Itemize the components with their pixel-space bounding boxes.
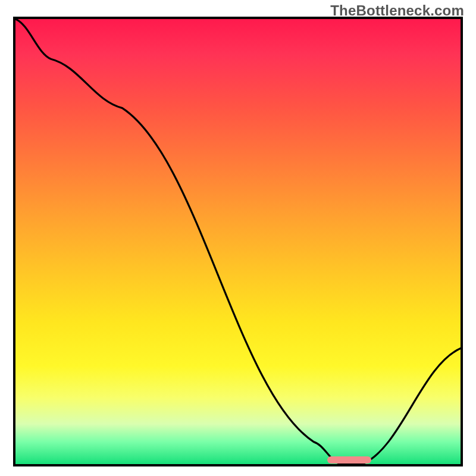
- chart-frame: [13, 17, 463, 466]
- optimal-marker: [327, 456, 372, 464]
- bottleneck-curve: [15, 19, 461, 464]
